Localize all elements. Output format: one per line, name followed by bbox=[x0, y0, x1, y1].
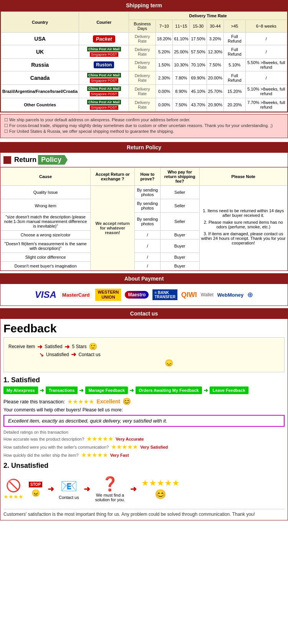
th-cause: Cause bbox=[1, 168, 91, 186]
shipping-pct-5-1: 7.50% bbox=[173, 98, 190, 112]
shipping-pct-3-5: / bbox=[245, 71, 287, 85]
shipping-pct-0-3: 3.20% bbox=[207, 33, 223, 45]
rating3-stars: ★★★★★ bbox=[81, 451, 108, 459]
question-group: ❓ We must find a solution for you. bbox=[95, 476, 126, 502]
shipping-pct-3-1: 7.80% bbox=[173, 71, 190, 85]
visa-logo: VISA bbox=[35, 289, 56, 300]
unsatisfied-flow: 🚫 ★★★★ STOP 😠 ➜ 📧 Contact us ➜ ❓ bbox=[3, 472, 285, 506]
shipping-rate-label-4: Delivery Rate bbox=[129, 85, 156, 98]
five-stars-label: 5 Stars bbox=[72, 344, 86, 349]
return-header: Return Policy bbox=[0, 142, 288, 153]
arrow-down: ↘ bbox=[39, 352, 44, 358]
shipping-pct-1-3: 12.30% bbox=[207, 45, 223, 59]
shipping-pct-4-2: 45.10% bbox=[190, 85, 207, 98]
shipping-notes: ☐ We ship parcels to your default addres… bbox=[0, 114, 288, 138]
return-title-green: Policy bbox=[38, 155, 68, 165]
shipping-pct-4-5: 5.10% >8weeks, full refund bbox=[245, 85, 287, 98]
shipping-pct-0-1: 61.10% bbox=[173, 33, 190, 45]
shipping-pct-3-0: 2.30% bbox=[156, 71, 172, 85]
th-who-pay: Who pay for return shipping fee? bbox=[160, 168, 199, 186]
contact-header: Contact us bbox=[0, 308, 288, 319]
excellent-text: Excellent bbox=[96, 398, 120, 405]
shipping-country-4: Brazil/Argentina/France/Israel/Croatia bbox=[1, 85, 79, 98]
col-7-10: 7~10 bbox=[156, 20, 172, 33]
return-title: Return bbox=[14, 156, 36, 164]
please-note-0: 1. Items need to be returned within 14 d… bbox=[201, 208, 286, 218]
rating1-label: Very Accurate bbox=[116, 437, 144, 441]
shipping-courier-5: China Post Air MailSingapore POST bbox=[79, 98, 129, 112]
arrow-1: ➜ bbox=[37, 343, 42, 350]
shipping-pct-4-1: 8.90% bbox=[173, 85, 190, 98]
rating1-question: How accurate was the product description… bbox=[3, 437, 84, 441]
rating1-row: How accurate was the product description… bbox=[3, 435, 285, 443]
col-15-30: 15-30 bbox=[190, 20, 207, 33]
shipping-table: Country Courier Delivery Time Rate Busin… bbox=[1, 12, 287, 112]
feedback-title: Feedback bbox=[3, 322, 285, 335]
step-transactions: Transactions bbox=[46, 386, 78, 394]
col-business-days: Business Days bbox=[129, 20, 156, 33]
shipping-courier-2: Ruston bbox=[79, 59, 129, 71]
shipping-pct-5-5: 7.70% >8weeks, full refund bbox=[245, 98, 287, 112]
contact-us-label: Contact us bbox=[78, 352, 100, 357]
excellent-smiley: 😊 bbox=[122, 397, 131, 406]
satisfied-flow-row: Receive item ➜ Satisfied ➜ 5 Stars 🙂 bbox=[8, 342, 280, 351]
stop-group: STOP 😠 bbox=[28, 481, 43, 497]
result-stars: ★★★★★ bbox=[141, 478, 180, 488]
shipping-pct-1-1: 25.00% bbox=[173, 45, 190, 59]
unsatisfied-flow-row: ↘ Unsatisfied ➜ Contact us bbox=[39, 351, 280, 358]
shipping-pct-0-5: / bbox=[245, 33, 287, 45]
shipping-pct-2-1: 10.30% bbox=[173, 59, 190, 71]
maestro-logo: Maestro bbox=[125, 291, 149, 299]
col-45: >45 bbox=[224, 20, 245, 33]
receive-item-label: Receive item bbox=[8, 344, 35, 349]
please-note-1: 2. Please make sure retuned items has no… bbox=[201, 220, 286, 229]
return-table: Cause Accept Return or exchange ? How to… bbox=[0, 167, 288, 271]
shipping-pct-4-3: 25.70% bbox=[207, 85, 223, 98]
shipping-pct-2-4: 5.10% bbox=[224, 59, 245, 71]
shipping-country-0: USA bbox=[1, 33, 79, 45]
return-whopay-6: Buyer bbox=[160, 262, 199, 271]
satisfied-title: 1. Satisfied bbox=[3, 376, 285, 384]
rating3-label: Very Fast bbox=[110, 453, 129, 457]
rate-text: Please rate this transaction: bbox=[3, 399, 65, 405]
return-whopay-2: Seller bbox=[160, 213, 199, 231]
th-accept: Accept Return or exchange ? bbox=[91, 168, 135, 186]
shipping-country-5: Other Countries bbox=[1, 98, 79, 112]
shipping-pct-5-3: 20.90% bbox=[207, 98, 223, 112]
no-stars: ★★★★ bbox=[3, 494, 23, 500]
must-find-text: We must find a solution for you. bbox=[95, 493, 126, 502]
no-icon-group: 🚫 ★★★★ bbox=[3, 478, 23, 500]
return-cause-0: Quality Issue bbox=[1, 186, 91, 199]
result-group: ★★★★★ 😊 bbox=[141, 478, 180, 500]
return-policy-section: Return Policy Return Policy Cause Accept… bbox=[0, 142, 288, 271]
col-6-8: 6~8 weeks bbox=[245, 20, 287, 33]
shipping-courier-3: China Post Air MailSingapore POST bbox=[79, 71, 129, 85]
shipping-country-1: UK bbox=[1, 45, 79, 59]
return-cause-6: Doesn't meet buyer's imagination bbox=[1, 262, 91, 271]
final-text: Customers' satisfaction is the most impo… bbox=[3, 509, 285, 517]
th-prove: How to prove? bbox=[135, 168, 161, 186]
wallet-logo: Wallet bbox=[201, 292, 214, 297]
return-whopay-1: Seller bbox=[160, 199, 199, 213]
payment-section: About Payment VISA MasterCard WESTERNUNI… bbox=[0, 273, 288, 306]
shipping-pct-3-4: Full Refund bbox=[224, 71, 245, 85]
shipping-courier-4: China Post Air MailSingapore POST bbox=[79, 85, 129, 98]
rating2-stars: ★★★★★ bbox=[111, 443, 138, 451]
question-icon: ❓ bbox=[101, 476, 119, 492]
unsat-arrow-2: ➜ bbox=[84, 484, 90, 494]
shipping-pct-4-0: 0.00% bbox=[156, 85, 172, 98]
return-cause-3: Choose a wrong size/color bbox=[1, 231, 91, 239]
angry-smiley: 😠 bbox=[31, 489, 40, 497]
note-3: ☐ For United States & Russia, we offer s… bbox=[4, 129, 284, 134]
shipping-rate-label-2: Delivery Rate bbox=[129, 59, 156, 71]
satisfied-section: 1. Satisfied My Aliexpress ➜ Transaction… bbox=[3, 376, 285, 459]
western-union-logo: WESTERNUNION bbox=[95, 289, 121, 301]
col-30-44: 30-44 bbox=[207, 20, 223, 33]
webmoney-logo: WebMoney bbox=[217, 292, 243, 298]
bank-transfer-logo: ≡ BANKTRANSFER bbox=[152, 289, 177, 300]
feedback-section: Feedback Receive item ➜ Satisfied ➜ 5 St… bbox=[0, 319, 288, 520]
comments-note: Your comments will help other buyers! Pl… bbox=[3, 407, 285, 413]
shipping-pct-2-0: 1.50% bbox=[156, 59, 172, 71]
shipping-pct-2-3: 7.50% bbox=[207, 59, 223, 71]
return-whopay-4: Buyer bbox=[160, 239, 199, 253]
